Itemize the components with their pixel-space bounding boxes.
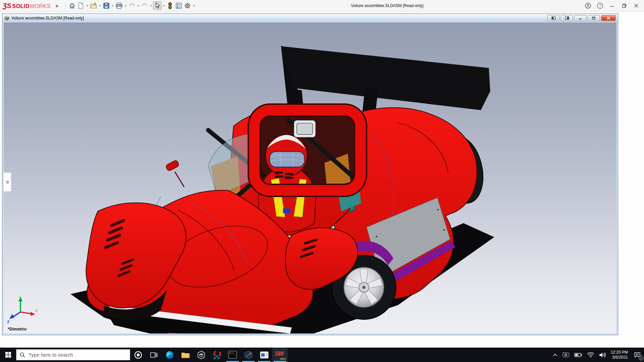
edge-button[interactable] (162, 348, 177, 362)
assembly-file-icon (4, 16, 9, 21)
volume-icon[interactable] (597, 348, 608, 362)
search-input[interactable] (29, 352, 116, 358)
snip-sketch-icon (213, 351, 221, 359)
cad-hex-app-button[interactable] (240, 348, 256, 362)
task-view-button[interactable] (146, 348, 162, 362)
start-button[interactable] (0, 348, 16, 362)
redo-dropdown-icon[interactable]: ▼ (149, 4, 153, 7)
system-window-icon (260, 351, 269, 359)
car-air-intake (294, 120, 316, 137)
cortana-button[interactable] (130, 348, 146, 362)
close-button[interactable] (631, 1, 641, 10)
undo-button[interactable] (127, 1, 136, 10)
action-center-button[interactable]: 1 (631, 348, 644, 362)
select-dropdown-icon[interactable]: ▼ (162, 4, 166, 7)
document-title: Voiture assomblee.SLDASM [Read-only] (11, 16, 84, 20)
toolbar-separator (65, 2, 65, 9)
document-titlebar[interactable]: Voiture assomblee.SLDASM [Read-only] (2, 14, 618, 22)
restore-button[interactable] (619, 1, 629, 10)
home-button[interactable] (68, 1, 76, 10)
help-icon[interactable]: ? (595, 1, 605, 10)
wifi-icon[interactable] (585, 348, 597, 362)
pane-right-button[interactable] (561, 15, 573, 21)
print-dropdown-icon[interactable]: ▼ (123, 4, 127, 7)
task-view-icon (150, 352, 158, 358)
tray-display-icon[interactable] (560, 348, 572, 362)
options-gear-button[interactable] (183, 1, 192, 10)
system-tray: 12:20 PM 3/5/2021 1 (550, 348, 644, 362)
car-left-mirror (165, 160, 184, 187)
3d-model-race-car (4, 22, 616, 334)
triad-y-label: Y (19, 296, 21, 300)
solidworks-logo-light: WORKS (30, 3, 51, 9)
minimize-button[interactable] (607, 1, 617, 10)
properties-button[interactable] (174, 1, 183, 10)
snip-sketch-button[interactable] (209, 348, 225, 362)
solidworks-logo-bold: SOLID (12, 3, 30, 9)
panel-tab-grip-icon (6, 181, 9, 184)
windows-logo-icon (5, 352, 11, 358)
open-button[interactable] (89, 1, 98, 10)
document-window-buttons (546, 15, 616, 21)
pane-left-button[interactable] (547, 15, 559, 21)
view-orientation-label: *Dimetric (8, 326, 27, 331)
file-explorer-button[interactable] (177, 348, 193, 362)
document-minimize-button[interactable] (574, 15, 586, 21)
clock-time: 12:20 PM (611, 350, 628, 355)
solidworks-taskbar-button[interactable]: SW 2021 (272, 348, 288, 362)
clock-date: 3/5/2021 (611, 355, 628, 360)
save-dropdown-icon[interactable]: ▼ (111, 4, 115, 7)
notification-badge: 1 (639, 356, 643, 360)
file-explorer-icon (181, 351, 190, 359)
search-icon (20, 352, 25, 358)
triad-x-label: X (35, 309, 38, 313)
system-window-app-button[interactable] (256, 348, 272, 362)
save-button[interactable] (102, 1, 111, 10)
document-close-button[interactable] (601, 15, 616, 21)
battery-icon[interactable] (572, 348, 585, 362)
svg-text:?: ? (599, 4, 601, 8)
hidden-icons-chevron[interactable] (550, 348, 560, 362)
3d-viewer-button[interactable] (193, 348, 209, 362)
select-tool-button[interactable] (153, 1, 162, 10)
document-window: Voiture assomblee.SLDASM [Read-only] (2, 13, 618, 335)
solidworks-logo: ƷS SOLID WORKS (3, 2, 51, 10)
edge-icon (165, 351, 174, 359)
graphics-viewport[interactable]: Y X Z *Dimetric (4, 22, 616, 334)
undo-dropdown-icon[interactable]: ▼ (136, 4, 140, 7)
windows-taskbar: C:\_ SW 2021 (0, 348, 644, 362)
command-prompt-button[interactable]: C:\_ (225, 348, 240, 362)
standard-toolbar: ▼ ▼ ▼ ▼ ▼ ▼ ▼ (68, 1, 196, 10)
new-document-dropdown-icon[interactable]: ▼ (85, 4, 89, 7)
document-restore-button[interactable] (588, 15, 600, 21)
redo-button[interactable] (140, 1, 149, 10)
feature-panel-tab[interactable] (4, 172, 11, 192)
menu-expand-arrow-icon[interactable]: ▶ (56, 4, 59, 8)
options-dropdown-icon[interactable]: ▼ (192, 4, 196, 7)
desktop-screen: ƷS SOLID WORKS ▶ ▼ ▼ ▼ ▼ ▼ (0, 0, 644, 362)
taskbar-clock[interactable]: 12:20 PM 3/5/2021 (608, 348, 631, 362)
solidworks-2021-icon: SW 2021 (275, 350, 285, 360)
titlebar-system-icons: ? (583, 1, 641, 10)
orientation-triad: Y X Z (6, 295, 39, 324)
print-button[interactable] (115, 1, 123, 10)
triad-z-label: Z (7, 320, 9, 324)
new-document-button[interactable] (76, 1, 85, 10)
solidworks-logo-glyph: ƷS (3, 2, 11, 10)
app-window-title: Voiture assomblee.SLDASM [Read-only] (351, 3, 423, 8)
taskbar-search[interactable] (16, 349, 130, 360)
3d-viewer-icon (197, 351, 205, 359)
account-icon[interactable] (583, 1, 593, 10)
hexagon-compass-icon (244, 351, 253, 359)
rebuild-button[interactable] (166, 1, 174, 10)
cortana-icon (134, 351, 143, 359)
open-dropdown-icon[interactable]: ▼ (98, 4, 102, 7)
app-titlebar: ƷS SOLID WORKS ▶ ▼ ▼ ▼ ▼ ▼ (0, 0, 644, 12)
command-prompt-icon: C:\_ (228, 351, 237, 359)
